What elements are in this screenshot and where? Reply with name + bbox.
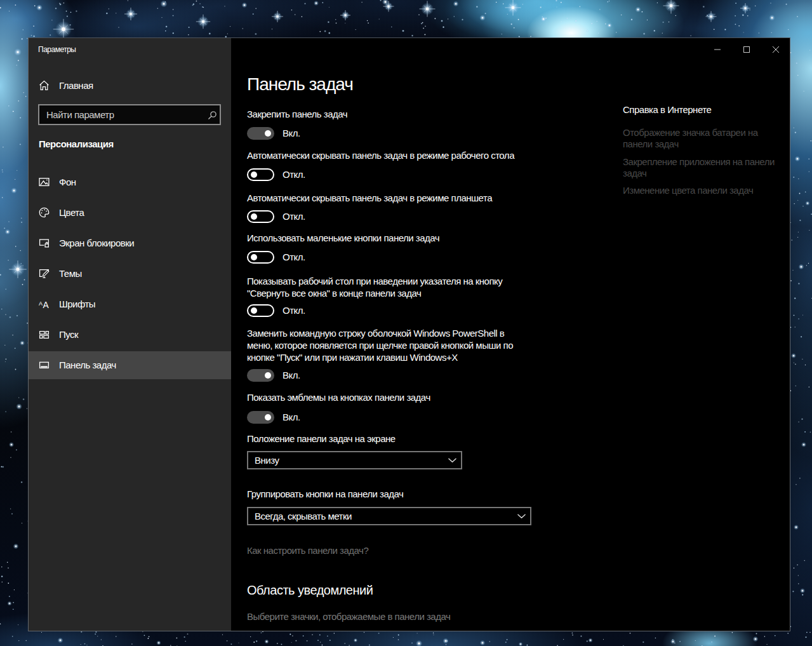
svg-text:A: A — [39, 300, 43, 307]
svg-text:A: A — [43, 300, 50, 309]
